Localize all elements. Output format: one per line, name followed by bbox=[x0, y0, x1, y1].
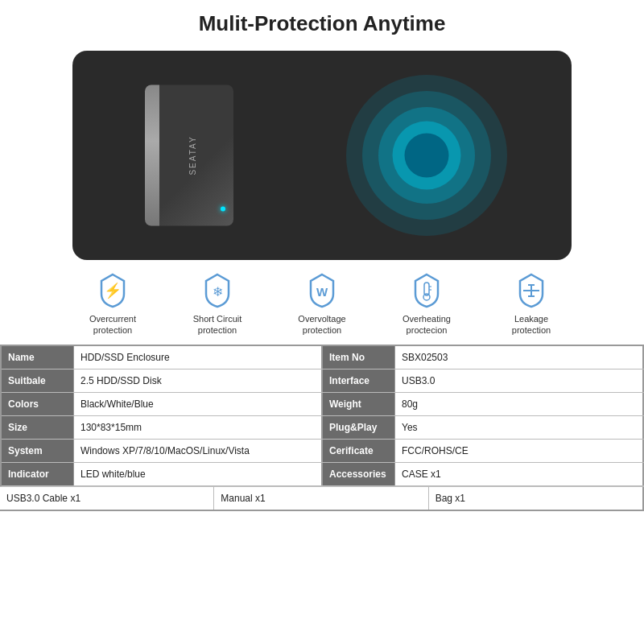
svg-text:⚡: ⚡ bbox=[104, 282, 122, 299]
svg-text:❄: ❄ bbox=[213, 285, 223, 299]
spec-label-3-1: Size bbox=[2, 416, 74, 439]
specs-row-1: Suitbale 2.5 HDD/SSD Disk Interface USB3… bbox=[2, 369, 644, 393]
protection-overvoltage: W Overvoltageprotection bbox=[270, 271, 374, 336]
specs-row-5: Indicator LED white/blue Accessories CAS… bbox=[2, 463, 644, 486]
specs-row-4: System Windows XP/7/8/10/MacOS/Linux/Vis… bbox=[2, 440, 644, 463]
overheating-icon bbox=[407, 271, 446, 310]
spec-label-0-2: Item No bbox=[323, 346, 395, 369]
spec-label-2-1: Colors bbox=[2, 393, 74, 415]
protection-overcurrent: ⚡ Overcurrentprotection bbox=[60, 271, 165, 336]
spec-value-0-1: HDD/SSD Enclosure bbox=[74, 346, 323, 369]
protection-overheating: Overheatingproctecion bbox=[374, 271, 479, 336]
bottom-cell-1: Manual x1 bbox=[214, 487, 428, 510]
specs-row-3: Size 130*83*15mm Plug&Play Yes bbox=[2, 416, 644, 440]
spec-value-0-2: SBX02503 bbox=[395, 346, 644, 369]
spec-label-0-1: Name bbox=[2, 346, 74, 369]
spec-label-3-2: Plug&Play bbox=[323, 416, 395, 439]
protection-leakage: Leakageprotection bbox=[479, 271, 584, 336]
specs-table: Name HDD/SSD Enclosure Item No SBX02503 … bbox=[0, 345, 644, 486]
spec-label-1-1: Suitbale bbox=[2, 369, 74, 392]
svg-text:W: W bbox=[316, 285, 328, 299]
spec-label-4-2: Cerificate bbox=[323, 440, 395, 462]
spec-value-4-2: FCC/ROHS/CE bbox=[395, 440, 644, 462]
overvoltage-label: Overvoltageprotection bbox=[298, 313, 345, 336]
spec-value-4-1: Windows XP/7/8/10/MacOS/Linux/Vista bbox=[74, 440, 323, 462]
short-circuit-label: Short Circuitprotection bbox=[193, 313, 242, 336]
spec-label-2-2: Weight bbox=[323, 393, 395, 415]
spec-label-1-2: Interface bbox=[323, 369, 395, 392]
protection-row: ⚡ Overcurrentprotection ❄ Short Circuitp… bbox=[0, 266, 644, 340]
brand-label: SEATAY bbox=[188, 135, 197, 175]
spec-value-3-1: 130*83*15mm bbox=[74, 416, 323, 439]
spec-value-3-2: Yes bbox=[395, 416, 644, 439]
overvoltage-icon: W bbox=[303, 271, 341, 310]
svg-point-4 bbox=[423, 294, 430, 300]
hdd-strip bbox=[145, 85, 159, 226]
hdd-led bbox=[221, 207, 225, 212]
spec-label-4-1: System bbox=[2, 440, 74, 462]
specs-bottom-row: USB3.0 Cable x1Manual x1Bag x1 bbox=[0, 486, 644, 510]
leakage-label: Leakageprotection bbox=[512, 313, 551, 336]
signal-circles bbox=[346, 75, 507, 236]
short-circuit-icon: ❄ bbox=[198, 271, 237, 310]
overcurrent-label: Overcurrentprotection bbox=[89, 313, 136, 336]
spec-value-5-1: LED white/blue bbox=[74, 463, 323, 485]
product-image-section: SEATAY bbox=[0, 43, 644, 266]
spec-label-5-2: Accessories bbox=[323, 463, 395, 485]
product-image: SEATAY bbox=[72, 51, 572, 260]
specs-row-0: Name HDD/SSD Enclosure Item No SBX02503 bbox=[2, 346, 644, 369]
overheating-label: Overheatingproctecion bbox=[402, 313, 451, 336]
bottom-cell-2: Bag x1 bbox=[429, 487, 644, 510]
spec-value-5-2: CASE x1 bbox=[395, 463, 644, 485]
hdd-enclosure: SEATAY bbox=[145, 85, 233, 226]
spec-label-5-1: Indicator bbox=[2, 463, 74, 485]
specs-row-2: Colors Black/White/Blue Weight 80g bbox=[2, 393, 644, 416]
spec-value-2-2: 80g bbox=[395, 393, 644, 415]
spec-value-2-1: Black/White/Blue bbox=[74, 393, 323, 415]
spec-value-1-2: USB3.0 bbox=[395, 369, 644, 392]
page-title: Mulit-Protection Anytime bbox=[0, 0, 644, 43]
spec-value-1-1: 2.5 HDD/SSD Disk bbox=[74, 369, 323, 392]
circle-inner bbox=[405, 134, 449, 178]
protection-short-circuit: ❄ Short Circuitprotection bbox=[165, 271, 270, 336]
bottom-cell-0: USB3.0 Cable x1 bbox=[0, 487, 214, 510]
leakage-icon bbox=[512, 271, 551, 310]
overcurrent-icon: ⚡ bbox=[93, 271, 132, 310]
specs-table-wrapper: Name HDD/SSD Enclosure Item No SBX02503 … bbox=[0, 340, 644, 511]
